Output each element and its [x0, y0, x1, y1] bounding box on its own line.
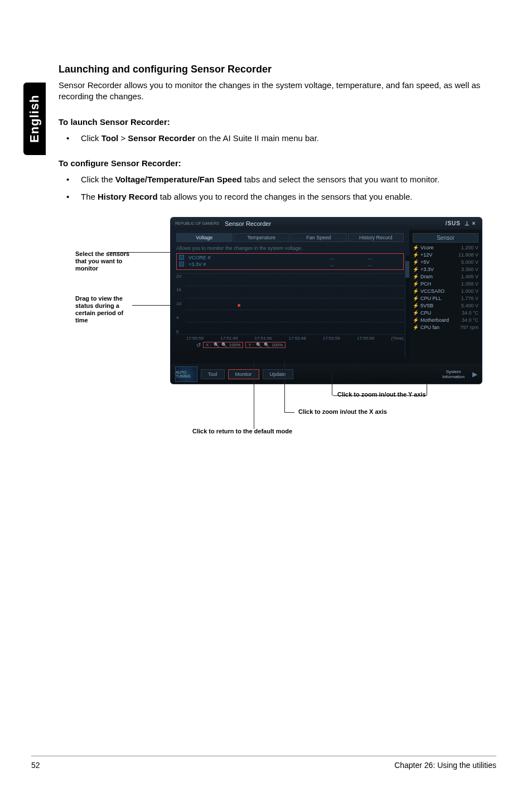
launch-list: Click Tool > Sensor Recorder on the AI S…	[59, 132, 497, 144]
sensor-reading: ⚡+5V5.000 V	[413, 259, 478, 265]
bolt-icon: ⚡	[413, 259, 419, 265]
sensor-reading: ⚡5VSB5.400 V	[413, 303, 478, 308]
tab-temperature[interactable]: Temperature	[234, 233, 290, 242]
bold: History Record	[98, 192, 158, 201]
sensor-label: VCORE #	[188, 255, 325, 260]
sensor-row[interactable]: +3.3V # ... ...	[179, 262, 401, 267]
sensor-reading: ⚡PCH1.058 V	[413, 281, 478, 287]
sensor-val: ...	[330, 262, 363, 267]
checkbox[interactable]	[179, 262, 184, 267]
bolt-icon: ⚡	[413, 310, 419, 316]
figure: Select the sensors that you want to moni…	[75, 217, 482, 451]
callout-line	[284, 412, 294, 413]
bold: Sensor Recorder	[128, 133, 195, 143]
sensor-value: 1.776 V	[461, 296, 478, 301]
chapter-label: Chapter 26: Using the utilities	[394, 761, 496, 770]
sensor-row[interactable]: VCORE # ... ...	[179, 255, 401, 260]
sensor-value: 5.000 V	[461, 259, 478, 265]
sensor-name: +5V	[420, 259, 429, 265]
pin-icon[interactable]: ⊥	[464, 220, 471, 226]
launch-heading: To launch Sensor Recorder:	[59, 117, 497, 127]
sensor-value: 1.000 V	[461, 288, 478, 294]
sensor-value: 34.0 °C	[462, 310, 478, 316]
zoom-in-icon[interactable]: 🔍	[264, 342, 269, 347]
sensor-value: 1.058 V	[461, 281, 478, 287]
checkbox[interactable]	[179, 255, 184, 260]
sensor-name: 5VSB	[420, 303, 433, 308]
callout-return-default: Click to return to the default mode	[192, 428, 292, 434]
window-footer: AUTO TUNING Tool Monitor Update System I…	[171, 364, 482, 384]
sensor-reading: ⚡VCCSA/IO1.000 V	[413, 288, 478, 294]
bolt-icon: ⚡	[413, 267, 419, 272]
sensor-val: ...	[330, 255, 363, 260]
monitor-button[interactable]: Monitor	[228, 369, 259, 379]
scrollbar[interactable]	[405, 255, 409, 358]
chevron-right-icon[interactable]: ▶	[472, 370, 477, 378]
bolt-icon: ⚡	[413, 281, 419, 287]
sensor-select-box: VCORE # ... ... +3.3V # ... ...	[176, 253, 404, 270]
chart-x-axis: 17:50:59 17:51:49 17:51:56 17:52:48 17:5…	[176, 335, 404, 341]
page-footer: 52 Chapter 26: Using the utilities	[31, 756, 496, 770]
zoom-x-control[interactable]: X : 🔍🔍100%	[203, 342, 243, 348]
x-tick: 17:51:56	[254, 336, 272, 341]
window-controls: ⊥×	[464, 220, 477, 226]
reset-icon[interactable]: ↺	[196, 342, 201, 348]
chart-grid	[186, 274, 404, 334]
auto-tuning-button[interactable]: AUTO TUNING	[175, 366, 197, 382]
sensor-reading: ⚡CPU fan797 rpm	[413, 325, 478, 330]
launch-bullet-1: Click Tool > Sensor Recorder on the AI S…	[59, 132, 497, 144]
x-tick: 17:52:48	[289, 336, 306, 341]
chart[interactable]: 2V 16 10 4 0	[176, 273, 404, 335]
callout-zoom-x: Click to zoom in/out the X axis	[298, 408, 387, 415]
sensor-name: PCH	[420, 281, 431, 287]
x-tick: 17:50:59	[186, 336, 204, 341]
bolt-icon: ⚡	[413, 303, 419, 308]
y-tick: 16	[176, 287, 182, 292]
sensor-value: 5.400 V	[461, 303, 478, 308]
tab-voltage[interactable]: Voltage	[176, 233, 233, 242]
value: 100%	[272, 342, 283, 347]
sensor-reading: ⚡Vcore1.200 V	[413, 245, 478, 250]
tab-history-record[interactable]: History Record	[348, 233, 404, 242]
text: The	[81, 192, 98, 201]
zoom-in-icon[interactable]: 🔍	[221, 342, 227, 347]
callout-zoom-y: Click to zoom in/out the Y axis	[337, 391, 426, 398]
callout-line	[254, 360, 254, 429]
sensor-header[interactable]: Sensor	[413, 233, 478, 243]
window-titlebar: REPUBLIC OF GAMERS Sensor Recorder /SUS …	[171, 218, 482, 230]
y-tick: 2V	[176, 274, 182, 279]
bold: Tool	[101, 133, 119, 143]
bolt-icon: ⚡	[413, 245, 419, 250]
text: >	[118, 133, 128, 143]
sensor-label: +3.3V #	[188, 262, 325, 267]
x-tick: 17:53:59	[323, 336, 340, 341]
label: Y :	[248, 342, 254, 347]
sensor-name: +3.3V	[420, 267, 434, 272]
sensor-value: 3.360 V	[461, 267, 478, 272]
y-tick: 4	[176, 315, 182, 320]
text: tabs and select the sensors that you wan…	[242, 175, 439, 184]
sensor-reading: ⚡+3.3V3.360 V	[413, 267, 478, 272]
sensor-name: CPU fan	[420, 325, 439, 330]
brand-right: /SUS	[446, 220, 461, 226]
sensor-value: 1.495 V	[461, 274, 478, 279]
update-button[interactable]: Update	[263, 369, 293, 379]
tool-button[interactable]: Tool	[201, 369, 225, 379]
scroll-thumb[interactable]	[405, 261, 409, 278]
tab-fan-speed[interactable]: Fan Speed	[291, 233, 347, 242]
close-icon[interactable]: ×	[471, 220, 477, 226]
zoom-out-icon[interactable]: 🔍	[214, 342, 219, 347]
screenshot: REPUBLIC OF GAMERS Sensor Recorder /SUS …	[170, 217, 482, 384]
chart-y-axis: 2V 16 10 4 0	[176, 274, 182, 334]
chart-marker[interactable]	[238, 304, 240, 307]
bolt-icon: ⚡	[413, 296, 419, 301]
main-content: Launching and configuring Sensor Recorde…	[59, 64, 497, 451]
sensor-value: 11.808 V	[458, 252, 478, 258]
system-info-button[interactable]: System Information	[437, 369, 470, 379]
zoom-y-control[interactable]: Y : 🔍🔍100%	[245, 342, 286, 348]
zoom-out-icon[interactable]: 🔍	[256, 342, 262, 347]
text: tab allows you to record the changes in …	[158, 192, 413, 201]
callout-drag: Drag to view the status during a certain…	[75, 295, 137, 325]
intro-text: Sensor Recorder allows you to monitor th…	[59, 80, 497, 103]
text: on the AI Suite II main menu bar.	[195, 133, 319, 143]
